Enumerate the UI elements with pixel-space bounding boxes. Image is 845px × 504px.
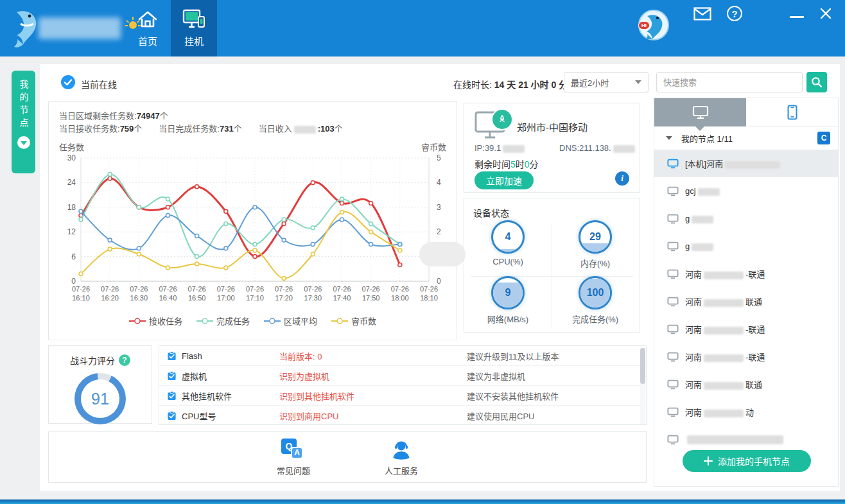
- redacted-text: [294, 126, 316, 134]
- tab-home[interactable]: 首页: [125, 0, 171, 56]
- my-nodes-vertical-tab[interactable]: 我的节点: [12, 71, 35, 173]
- svg-text:07-26: 07-26: [246, 285, 264, 293]
- node-label: g: [685, 241, 715, 251]
- dns-label: DNS:211.138.: [559, 143, 637, 153]
- node-item[interactable]: gcj: [654, 177, 838, 205]
- node-item[interactable]: 河南-联通: [654, 315, 838, 343]
- svg-text:07-26: 07-26: [275, 285, 293, 293]
- boost-now-button[interactable]: 立即加速: [475, 171, 534, 189]
- node-group-label: 我的节点 1/11: [681, 132, 817, 144]
- chevron-down-icon[interactable]: [666, 136, 672, 140]
- checks-scrollbar[interactable]: [640, 348, 645, 384]
- check-row: Flash当前版本: 0建议升级到11及以上版本: [159, 346, 646, 366]
- svg-text:18:10: 18:10: [420, 294, 438, 302]
- svg-text:17:40: 17:40: [333, 294, 351, 302]
- check-advice: 建议不安装其他挂机软件: [467, 390, 559, 402]
- node-item[interactable]: 河南联通: [654, 288, 838, 315]
- node-monitor-icon: [667, 269, 679, 279]
- main-tabs: 首页 挂机: [125, 0, 217, 56]
- node-item[interactable]: 河南-联通: [654, 260, 838, 288]
- check-issue: 识别为虚拟机: [279, 370, 467, 382]
- app-brand: [8, 4, 143, 53]
- tab-hangup[interactable]: 挂机: [171, 0, 217, 56]
- remaining-time: 剩余时间5时0分: [475, 157, 539, 170]
- mail-icon: [693, 7, 711, 21]
- legend-marker-icon: [331, 318, 348, 324]
- right-axis-title: 睿币数: [421, 141, 446, 153]
- chart-legend: 接收任务完成任务区域平均睿币数: [49, 315, 457, 327]
- time-range-select[interactable]: 最近2小时: [564, 72, 649, 92]
- node-label: 河南动: [685, 406, 754, 418]
- node-item[interactable]: [本机]河南: [654, 150, 838, 177]
- search-icon: [811, 76, 823, 88]
- avatar[interactable]: HI: [638, 10, 669, 40]
- node-monitor-icon: [667, 297, 679, 307]
- svg-text:16:50: 16:50: [188, 294, 206, 302]
- minimize-button[interactable]: [790, 10, 804, 18]
- svg-text:07-26: 07-26: [188, 285, 206, 293]
- hover-pill: [419, 242, 466, 266]
- gauge-circle: 100: [579, 276, 612, 309]
- left-axis-title: 任务数: [59, 141, 84, 153]
- smartphone-icon: [787, 105, 797, 120]
- redacted-text: [704, 382, 744, 390]
- battle-score-card: 战斗力评分 ? 91: [48, 345, 152, 424]
- node-label: [本机]河南: [685, 157, 782, 169]
- legend-item[interactable]: 睿币数: [331, 315, 376, 327]
- score-help-icon[interactable]: ?: [119, 354, 130, 366]
- titlebar-controls: HI ?: [638, 0, 832, 39]
- node-item[interactable]: [654, 426, 838, 453]
- faq-link[interactable]: Q A 常见问题: [277, 439, 310, 476]
- stats-line-1: 当日区域剩余任务数:74947个: [59, 110, 446, 123]
- menu-button[interactable]: [758, 8, 774, 20]
- close-icon: [819, 7, 832, 20]
- legend-item[interactable]: 完成任务: [196, 315, 250, 327]
- legend-marker-icon: [196, 318, 213, 324]
- device-status-title: 设备状态: [464, 198, 640, 219]
- device-monitor-icon: [475, 111, 513, 138]
- node-monitor-icon: [667, 407, 679, 417]
- legend-item[interactable]: 接收任务: [129, 315, 182, 327]
- chevron-down-icon: [635, 80, 641, 84]
- tab-pc-nodes[interactable]: [654, 98, 746, 126]
- node-item[interactable]: 河南联通: [654, 370, 838, 398]
- info-icon[interactable]: i: [615, 171, 629, 186]
- customer-service-link[interactable]: 人工服务: [385, 439, 418, 476]
- network-boost-card: 郑州市-中国移动 IP:39.1 DNS:211.138. 剩余时间5时0分 立…: [464, 103, 640, 193]
- chart-card: 当日区域剩余任务数:74947个 当日接收任务数:759个当日完成任务数:731…: [48, 101, 457, 340]
- node-item[interactable]: 河南动: [654, 398, 838, 426]
- check-advice: 建议为非虚拟机: [467, 370, 525, 382]
- refresh-nodes-button[interactable]: C: [817, 132, 830, 144]
- check-name: CPU型号: [182, 410, 279, 422]
- node-item[interactable]: g: [654, 232, 838, 260]
- node-monitor-icon: [667, 379, 679, 390]
- checklist-icon: [167, 351, 177, 361]
- search-input[interactable]: [656, 72, 803, 92]
- gauge-内存(%): 29内存(%): [552, 220, 639, 276]
- gauge-CPU(%): 4CPU(%): [464, 220, 552, 276]
- svg-text:0: 0: [437, 277, 441, 286]
- tab-mobile-nodes[interactable]: [746, 98, 838, 126]
- check-row: CPU型号识别到商用CPU建议使用民用CPU: [159, 406, 646, 425]
- mail-button[interactable]: [693, 7, 711, 21]
- gauge-circle: 4: [491, 220, 525, 254]
- svg-text:07-26: 07-26: [217, 285, 235, 293]
- svg-text:16:40: 16:40: [159, 294, 177, 302]
- close-button[interactable]: [819, 7, 832, 20]
- svg-text:17:10: 17:10: [246, 294, 264, 302]
- help-button[interactable]: ?: [727, 6, 742, 21]
- svg-text:07-26: 07-26: [420, 285, 438, 293]
- node-item[interactable]: 河南-联通: [654, 343, 838, 370]
- node-label: 河南-联通: [685, 323, 765, 335]
- svg-text:24: 24: [67, 178, 76, 187]
- tab-hangup-label: 挂机: [184, 34, 204, 48]
- checklist-icon: [167, 371, 177, 381]
- legend-item[interactable]: 区域平均: [264, 315, 317, 327]
- collapse-circle: [17, 136, 30, 149]
- add-phone-node-button[interactable]: 添加我的手机节点: [683, 450, 811, 472]
- node-item[interactable]: g: [654, 205, 838, 232]
- svg-text:07-26: 07-26: [333, 285, 351, 293]
- search-button[interactable]: [806, 72, 827, 92]
- plus-icon: [704, 456, 713, 465]
- svg-text:17:20: 17:20: [275, 294, 293, 302]
